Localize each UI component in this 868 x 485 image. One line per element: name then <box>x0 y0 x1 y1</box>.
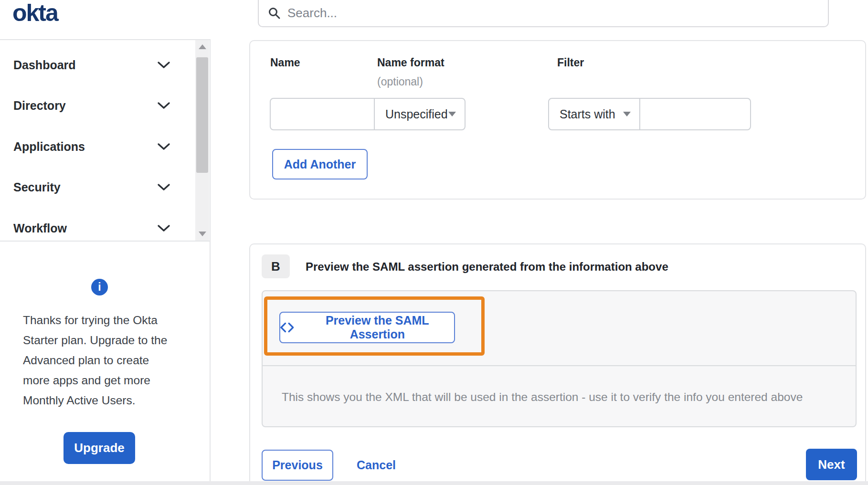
previous-label: Previous <box>272 458 323 472</box>
attribute-name-input[interactable] <box>270 98 375 130</box>
sidebar-item-directory[interactable]: Directory <box>0 85 193 126</box>
section-b-heading: Preview the SAML assertion generated fro… <box>306 260 668 274</box>
name-format-column-label: Name format <box>377 56 445 69</box>
sidebar-item-label: Workflow <box>13 221 67 235</box>
chevron-down-icon <box>157 183 170 191</box>
filter-value-input[interactable] <box>639 98 751 130</box>
filter-operator-select[interactable]: Starts with <box>548 98 640 130</box>
sidebar-item-label: Dashboard <box>13 58 76 72</box>
sidebar-divider <box>210 242 211 481</box>
dropdown-caret-icon <box>623 112 631 116</box>
preview-button-label: Preview the SAML Assertion <box>301 314 454 341</box>
name-column-label: Name <box>270 56 300 69</box>
add-another-label: Add Another <box>284 158 356 171</box>
global-search[interactable] <box>258 0 829 27</box>
preview-description-row: This shows you the XML that will be used… <box>263 367 856 427</box>
sidebar-item-workflow[interactable]: Workflow <box>0 208 193 249</box>
sidebar-item-label: Directory <box>13 99 66 113</box>
cancel-button[interactable]: Cancel <box>357 450 396 481</box>
chevron-down-icon <box>157 61 170 69</box>
sidebar-nav: Dashboard Directory Applications Securit… <box>0 39 211 242</box>
code-brackets-icon <box>280 322 294 333</box>
preview-panel: This shows you the XML that will be used… <box>262 290 857 427</box>
preview-saml-assertion-button[interactable]: Preview the SAML Assertion <box>279 312 455 343</box>
sidebar-item-applications[interactable]: Applications <box>0 126 193 167</box>
next-button[interactable]: Next <box>806 449 857 480</box>
section-b-badge: B <box>262 254 290 278</box>
filter-operator-value: Starts with <box>560 107 615 121</box>
scrollbar-thumb[interactable] <box>196 57 208 173</box>
okta-admin-screen: okta Dashboard Directory Applications Se… <box>0 0 868 485</box>
attribute-statement-card: Name Name format (optional) Filter Unspe… <box>249 40 866 200</box>
previous-button[interactable]: Previous <box>262 450 333 481</box>
upgrade-note-text: Thanks for trying the Okta Starter plan.… <box>23 310 172 411</box>
chevron-down-icon <box>157 102 170 109</box>
sidebar-scrollbar[interactable] <box>195 40 209 241</box>
scroll-down-button[interactable] <box>195 227 209 241</box>
search-input[interactable] <box>287 6 819 21</box>
upgrade-button[interactable]: Upgrade <box>64 432 135 464</box>
info-icon: i <box>91 279 108 295</box>
chevron-down-icon <box>157 143 170 150</box>
search-icon <box>268 7 281 20</box>
scroll-up-icon <box>199 44 206 49</box>
name-format-value: Unspecified <box>385 107 448 121</box>
okta-logo: okta <box>12 0 58 27</box>
scroll-down-icon <box>199 232 206 236</box>
sidebar-item-security[interactable]: Security <box>0 167 193 208</box>
viewport-bottom-edge <box>0 481 868 485</box>
scroll-up-button[interactable] <box>195 40 209 53</box>
dropdown-caret-icon <box>448 112 456 116</box>
sidebar-item-dashboard[interactable]: Dashboard <box>0 44 193 85</box>
preview-description: This shows you the XML that will be used… <box>263 390 803 404</box>
sidebar-item-label: Applications <box>13 140 85 154</box>
sidebar-item-label: Security <box>13 180 61 194</box>
name-format-select[interactable]: Unspecified <box>374 98 466 130</box>
add-another-button[interactable]: Add Another <box>272 149 368 179</box>
filter-column-label: Filter <box>557 56 584 69</box>
chevron-down-icon <box>157 224 170 232</box>
name-format-optional-label: (optional) <box>377 75 423 88</box>
